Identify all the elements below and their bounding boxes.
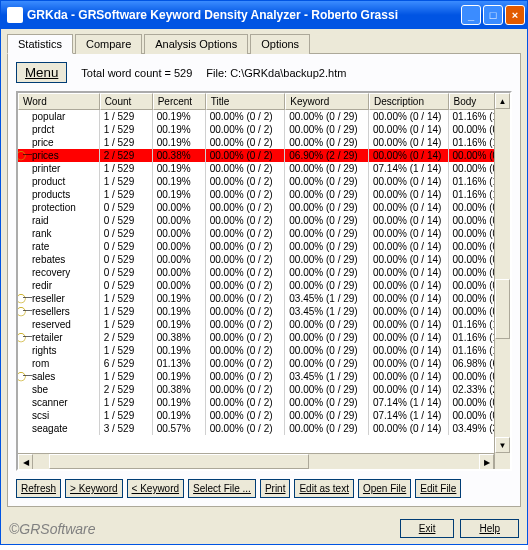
cell: 00.00% (0 / 2): [206, 409, 286, 422]
tab-statistics[interactable]: Statistics: [7, 34, 73, 54]
tab-compare[interactable]: Compare: [75, 34, 142, 54]
cell: 00.00% (0 / 14): [369, 201, 449, 214]
cell: 00.00% (0 / 29): [285, 227, 369, 240]
table-row[interactable]: rank0 / 52900.00%00.00% (0 / 2)00.00% (0…: [18, 227, 510, 240]
table-row[interactable]: rate0 / 52900.00%00.00% (0 / 2)00.00% (0…: [18, 240, 510, 253]
cell: 00.00% (0 / 14): [369, 279, 449, 292]
table-row[interactable]: redir0 / 52900.00%00.00% (0 / 2)00.00% (…: [18, 279, 510, 292]
cell: 00.00% (0 / 29): [285, 253, 369, 266]
table-row[interactable]: sbe2 / 52900.38%00.00% (0 / 2)00.00% (0 …: [18, 383, 510, 396]
cell: products: [18, 188, 100, 201]
table-row[interactable]: prdct1 / 52900.19%00.00% (0 / 2)00.00% (…: [18, 123, 510, 136]
column-header-description[interactable]: Description: [369, 93, 449, 110]
table-row[interactable]: protection0 / 52900.00%00.00% (0 / 2)00.…: [18, 201, 510, 214]
column-header-word[interactable]: Word: [18, 93, 100, 110]
table-row[interactable]: printer1 / 52900.19%00.00% (0 / 2)00.00%…: [18, 162, 510, 175]
footer: ©GRSoftware ExitHelp: [1, 513, 527, 544]
cell: 1 / 529: [100, 123, 153, 136]
cell: 00.00% (0 / 29): [285, 214, 369, 227]
exit-button[interactable]: Exit: [400, 519, 455, 538]
cell: 00.19%: [153, 136, 206, 149]
cell: 00.00% (0 / 2): [206, 227, 286, 240]
open-file-button[interactable]: Open File: [358, 479, 411, 498]
cell: price: [18, 136, 100, 149]
scroll-left-button[interactable]: ◀: [18, 454, 33, 470]
tab-analysis-options[interactable]: Analysis Options: [144, 34, 248, 54]
select-file-button[interactable]: Select File ...: [188, 479, 256, 498]
close-button[interactable]: ×: [505, 5, 525, 25]
cell: 00.00% (0 / 14): [369, 266, 449, 279]
table-row[interactable]: reseller1 / 52900.19%00.00% (0 / 2)03.45…: [18, 292, 510, 305]
vertical-scrollbar[interactable]: ▲ ▼: [494, 93, 510, 469]
edit-as-text-button[interactable]: Edit as text: [294, 479, 353, 498]
table-row[interactable]: resellers1 / 52900.19%00.00% (0 / 2)03.4…: [18, 305, 510, 318]
cell: 00.00% (0 / 14): [369, 123, 449, 136]
refresh-button[interactable]: Refresh: [16, 479, 61, 498]
cell: product: [18, 175, 100, 188]
cell: retailer: [18, 331, 100, 344]
file-path-label: File: C:\GRKda\backup2.htm: [206, 67, 346, 79]
print-button[interactable]: Print: [260, 479, 291, 498]
column-header-count[interactable]: Count: [100, 93, 153, 110]
table-row[interactable]: rebates0 / 52900.00%00.00% (0 / 2)00.00%…: [18, 253, 510, 266]
help-button[interactable]: Help: [460, 519, 519, 538]
cell: 00.00%: [153, 253, 206, 266]
cell: seagate: [18, 422, 100, 435]
menu-button[interactable]: Menu: [16, 62, 67, 83]
table-row[interactable]: price1 / 52900.19%00.00% (0 / 2)00.00% (…: [18, 136, 510, 149]
statistics-panel: Menu Total word count = 529 File: C:\GRK…: [7, 54, 521, 507]
table-row[interactable]: raid0 / 52900.00%00.00% (0 / 2)00.00% (0…: [18, 214, 510, 227]
table-row[interactable]: scsi1 / 52900.19%00.00% (0 / 2)00.00% (0…: [18, 409, 510, 422]
hscroll-thumb[interactable]: [49, 454, 309, 469]
scroll-up-button[interactable]: ▲: [495, 93, 510, 109]
cell: 00.19%: [153, 409, 206, 422]
horizontal-scrollbar[interactable]: ◀ ▶: [18, 453, 494, 469]
scroll-thumb[interactable]: [495, 279, 510, 339]
table-row[interactable]: sales1 / 52900.19%00.00% (0 / 2)03.45% (…: [18, 370, 510, 383]
table-row[interactable]: product1 / 52900.19%00.00% (0 / 2)00.00%…: [18, 175, 510, 188]
keyword-button[interactable]: < Keyword: [127, 479, 185, 498]
table-row[interactable]: reserved1 / 52900.19%00.00% (0 / 2)00.00…: [18, 318, 510, 331]
table-row[interactable]: scanner1 / 52900.19%00.00% (0 / 2)00.00%…: [18, 396, 510, 409]
cell: resellers: [18, 305, 100, 318]
column-header-keyword[interactable]: Keyword: [285, 93, 369, 110]
minimize-button[interactable]: _: [461, 5, 481, 25]
scroll-down-button[interactable]: ▼: [495, 437, 510, 453]
tab-options[interactable]: Options: [250, 34, 310, 54]
cell: 00.00% (0 / 14): [369, 305, 449, 318]
cell: 00.00% (0 / 29): [285, 110, 369, 123]
table-row[interactable]: seagate3 / 52900.57%00.00% (0 / 2)00.00%…: [18, 422, 510, 435]
cell: 00.00% (0 / 14): [369, 318, 449, 331]
edit-file-button[interactable]: Edit File: [415, 479, 461, 498]
maximize-button[interactable]: □: [483, 5, 503, 25]
table-row[interactable]: products1 / 52900.19%00.00% (0 / 2)00.00…: [18, 188, 510, 201]
cell: prices: [18, 149, 100, 162]
table-row[interactable]: rom6 / 52901.13%00.00% (0 / 2)00.00% (0 …: [18, 357, 510, 370]
cell: 00.19%: [153, 396, 206, 409]
column-header-title[interactable]: Title: [206, 93, 286, 110]
table-row[interactable]: popular1 / 52900.19%00.00% (0 / 2)00.00%…: [18, 110, 510, 123]
copyright-label: ©GRSoftware: [9, 521, 394, 537]
table-row[interactable]: prices2 / 52900.38%00.00% (0 / 2)06.90% …: [18, 149, 510, 162]
cell: 1 / 529: [100, 396, 153, 409]
cell: 00.00% (0 / 29): [285, 240, 369, 253]
cell: 00.00% (0 / 14): [369, 136, 449, 149]
titlebar[interactable]: GRKda - GRSoftware Keyword Density Analy…: [1, 1, 527, 29]
cell: 00.00%: [153, 227, 206, 240]
cell: 03.45% (1 / 29): [285, 305, 369, 318]
keyword-button[interactable]: > Keyword: [65, 479, 123, 498]
scroll-right-button[interactable]: ▶: [479, 454, 494, 470]
data-grid[interactable]: WordCountPercentTitleKeywordDescriptionB…: [16, 91, 512, 471]
cell: rebates: [18, 253, 100, 266]
cell: 00.00% (0 / 14): [369, 110, 449, 123]
cell: 1 / 529: [100, 136, 153, 149]
cell: 00.38%: [153, 383, 206, 396]
cell: 00.00% (0 / 14): [369, 227, 449, 240]
table-row[interactable]: recovery0 / 52900.00%00.00% (0 / 2)00.00…: [18, 266, 510, 279]
table-row[interactable]: retailer2 / 52900.38%00.00% (0 / 2)00.00…: [18, 331, 510, 344]
cell: 00.00% (0 / 2): [206, 292, 286, 305]
column-header-percent[interactable]: Percent: [153, 93, 206, 110]
table-row[interactable]: rights1 / 52900.19%00.00% (0 / 2)00.00% …: [18, 344, 510, 357]
cell: 00.00% (0 / 2): [206, 240, 286, 253]
cell: 00.00% (0 / 14): [369, 149, 449, 162]
